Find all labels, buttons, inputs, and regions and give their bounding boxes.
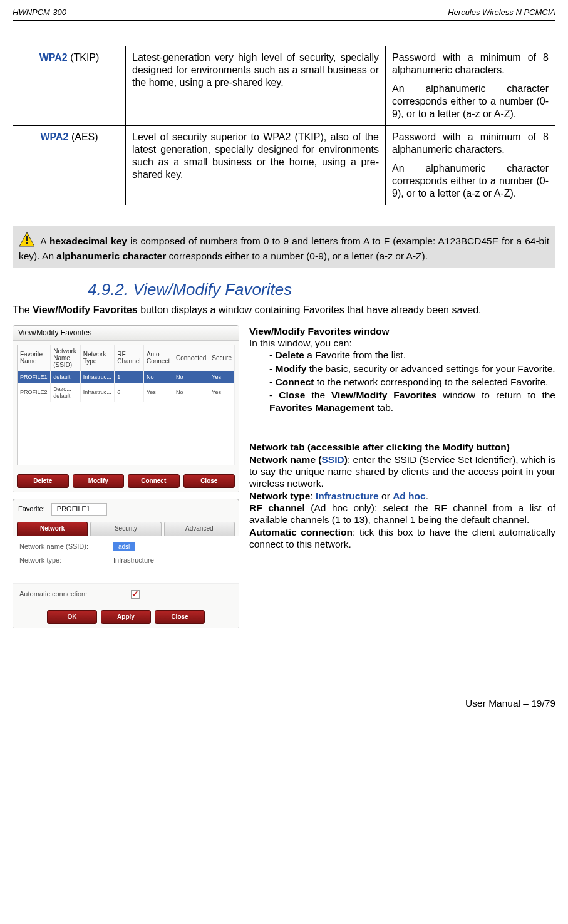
favorite-label: Favorite:: [18, 505, 45, 514]
network-type-value[interactable]: Infrastructure: [113, 556, 154, 565]
delete-button[interactable]: Delete: [17, 474, 69, 489]
action-list: - Delete a Favorite from the list. - Mod…: [249, 349, 555, 413]
list-item[interactable]: PROFILE2 Dazo... default Infrastruc... 6…: [18, 383, 235, 403]
window-title: View/Modify Favorites: [13, 326, 239, 341]
req-line: An alphanumeric character corresponds ei…: [392, 83, 549, 120]
two-column-layout: View/Modify Favorites Favorite Name Netw…: [13, 325, 555, 629]
modify-button[interactable]: Modify: [73, 474, 125, 489]
callout-text: A hexadecimal key is composed of numbers…: [19, 236, 549, 261]
term-paren: (TKIP): [68, 52, 100, 63]
warning-callout: A hexadecimal key is composed of numbers…: [13, 226, 555, 268]
list-item: - Delete a Favorite from the list.: [269, 349, 555, 361]
col-header: Secure: [209, 345, 235, 371]
tab-network[interactable]: Network: [17, 522, 88, 536]
network-type-label: Network type:: [19, 556, 113, 565]
lead-text: In this window, you can:: [249, 337, 555, 349]
col-header: RF Channel: [115, 345, 144, 371]
network-type-line: Network type: Infrastructure or Ad hoc.: [249, 490, 555, 502]
network-name-line: Network name (SSID): enter the SSID (Ser…: [249, 454, 555, 490]
svg-rect-2: [26, 242, 28, 244]
col-header: Favorite Name: [18, 345, 51, 371]
requirement-cell: Password with a minimum of 8 alphanumeri…: [386, 46, 555, 126]
close-button[interactable]: Close: [155, 610, 205, 625]
window-body: Favorite Name Network Name (SSID) Networ…: [13, 341, 239, 469]
auto-connect-line: Automatic connection: tick this box to h…: [249, 526, 555, 551]
tab-row: Network Security Advanced: [13, 519, 239, 536]
doc-header: HWNPCM-300 Hercules Wireless N PCMCIA: [13, 8, 555, 18]
svg-rect-1: [26, 236, 28, 241]
intro-paragraph: The View/Modify Favorites button display…: [13, 304, 555, 316]
favorite-dropdown[interactable]: PROFILE1: [51, 503, 107, 516]
list-item: - Modify the basic, security or advanced…: [269, 363, 555, 375]
list-item: - Close the View/Modify Favorites window…: [269, 389, 555, 413]
favorites-window-mock: View/Modify Favorites Favorite Name Netw…: [13, 325, 239, 493]
req-line: Password with a minimum of 8 alphanumeri…: [392, 131, 549, 156]
header-left: HWNPCM-300: [13, 8, 66, 18]
requirement-cell: Password with a minimum of 8 alphanumeri…: [386, 126, 555, 205]
header-right: Hercules Wireless N PCMCIA: [448, 8, 555, 18]
favorites-list-table: Favorite Name Network Name (SSID) Networ…: [17, 345, 235, 465]
description-cell: Latest-generation very high level of sec…: [126, 46, 386, 126]
ssid-label: Network name (SSID):: [19, 542, 113, 551]
table-row: WPA2 (TKIP) Latest-generation very high …: [13, 46, 555, 126]
description-column: View/Modify Favorites window In this win…: [249, 325, 555, 629]
network-tab-heading: Network tab (accessible after clicking t…: [249, 442, 510, 452]
button-row: OK Apply Close: [13, 605, 239, 628]
network-tab-mock: Favorite: PROFILE1 Network Security Adva…: [13, 499, 239, 628]
ok-button[interactable]: OK: [47, 610, 97, 625]
tab-advanced[interactable]: Advanced: [164, 522, 235, 536]
req-line: Password with a minimum of 8 alphanumeri…: [392, 51, 549, 76]
auto-connect-checkbox[interactable]: [131, 590, 140, 599]
list-item: - Connect to the network corresponding t…: [269, 376, 555, 388]
section-heading: 4.9.2. View/Modify Favorites: [88, 279, 555, 300]
window-heading: View/Modify Favorites window: [249, 326, 390, 336]
warning-icon: [19, 232, 35, 249]
list-item[interactable]: PROFILE1 default Infrastruc... 1 No No Y…: [18, 371, 235, 383]
header-rule: [13, 20, 555, 21]
security-mode-cell: WPA2 (TKIP): [13, 46, 126, 126]
tab-security[interactable]: Security: [90, 522, 161, 536]
col-header: Network Name (SSID): [51, 345, 81, 371]
security-mode-cell: WPA2 (AES): [13, 126, 126, 205]
connect-button[interactable]: Connect: [128, 474, 180, 489]
col-header: Network Type: [80, 345, 114, 371]
apply-button[interactable]: Apply: [101, 610, 151, 625]
description-cell: Level of security superior to WPA2 (TKIP…: [126, 126, 386, 205]
button-row: Delete Modify Connect Close: [13, 469, 239, 492]
auto-connect-label: Automatic connection:: [19, 590, 87, 599]
table-row: WPA2 (AES) Level of security superior to…: [13, 126, 555, 205]
network-form: Network name (SSID): adsl Network type: …: [13, 536, 239, 583]
security-table: WPA2 (TKIP) Latest-generation very high …: [13, 46, 555, 205]
ssid-input[interactable]: adsl: [113, 542, 135, 552]
page-footer: User Manual – 19/79: [13, 697, 555, 709]
col-header: Auto Connect: [143, 345, 173, 371]
term-wpa2: WPA2: [40, 132, 68, 142]
term-paren: (AES): [68, 132, 98, 142]
auto-connect-row: Automatic connection:: [13, 583, 239, 605]
rf-channel-line: RF channel (Ad hoc only): select the RF …: [249, 502, 555, 526]
close-button[interactable]: Close: [183, 474, 235, 489]
req-line: An alphanumeric character corresponds ei…: [392, 162, 549, 200]
screenshots-column: View/Modify Favorites Favorite Name Netw…: [13, 325, 239, 629]
favorite-selector-row: Favorite: PROFILE1: [13, 499, 239, 519]
term-wpa2: WPA2: [39, 52, 68, 63]
col-header: Connected: [173, 345, 209, 371]
